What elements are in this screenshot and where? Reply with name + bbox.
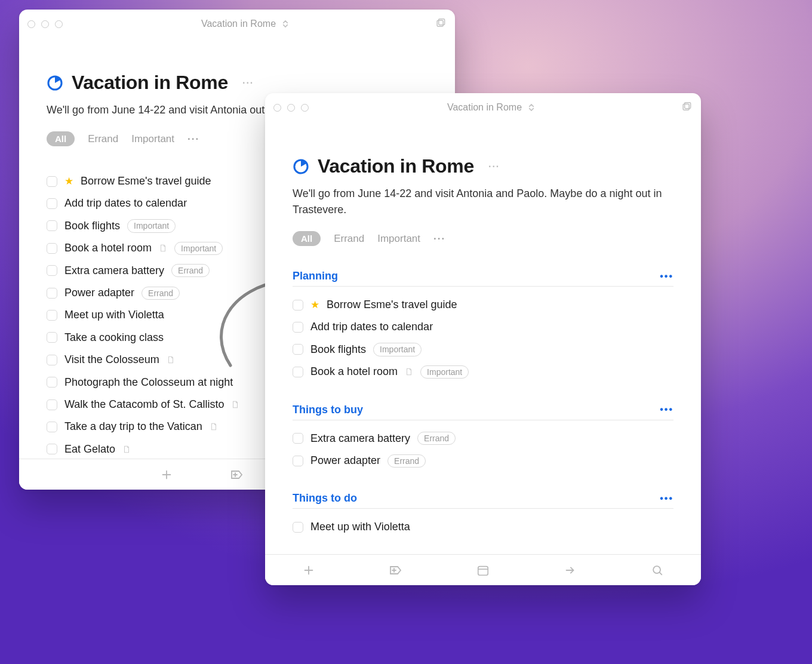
close-dot[interactable]: [27, 20, 35, 28]
checkbox[interactable]: [47, 444, 57, 454]
max-dot[interactable]: [55, 20, 63, 28]
checkbox[interactable]: [47, 377, 57, 388]
titlebar-title-label: Vacation in Rome: [201, 19, 276, 29]
svg-rect-0: [437, 20, 443, 26]
content: Vacation in Rome ··· We'll go from June …: [265, 122, 701, 554]
filter-important[interactable]: Important: [131, 133, 174, 145]
checkbox[interactable]: [293, 300, 303, 311]
new-window-icon[interactable]: [435, 18, 447, 30]
filter-errand[interactable]: Errand: [88, 133, 118, 145]
tag-badge[interactable]: Errand: [387, 454, 426, 468]
checkbox[interactable]: [47, 332, 57, 343]
todo-item[interactable]: ★Borrow Esme's travel guide: [293, 294, 673, 316]
checkbox[interactable]: [47, 422, 57, 432]
section-header[interactable]: Planning•••: [293, 270, 673, 287]
checkbox[interactable]: [47, 198, 57, 209]
todo-title: Book a hotel room: [310, 365, 398, 379]
checkbox[interactable]: [47, 355, 57, 365]
move-button[interactable]: [562, 562, 578, 578]
tag-badge[interactable]: Errand: [417, 432, 456, 445]
titlebar-title[interactable]: Vacation in Rome: [313, 102, 671, 113]
new-todo-button[interactable]: [301, 562, 316, 578]
todo-title: Add trip dates to calendar: [64, 196, 187, 210]
close-dot[interactable]: [273, 104, 281, 112]
checkbox[interactable]: [293, 322, 303, 333]
tag-badge[interactable]: Important: [373, 343, 422, 356]
project-progress-icon: [293, 158, 309, 175]
filter-more-icon[interactable]: ···: [433, 233, 445, 245]
filter-more-icon[interactable]: ···: [187, 133, 199, 145]
note-icon: [231, 399, 239, 410]
checkbox[interactable]: [293, 522, 303, 533]
project-title[interactable]: Vacation in Rome: [318, 155, 474, 177]
todo-item[interactable]: Power adapterErrand: [293, 450, 673, 472]
svg-rect-5: [685, 103, 691, 109]
plus-icon: [160, 468, 173, 481]
section-header[interactable]: Things to do•••: [293, 492, 673, 509]
filter-all[interactable]: All: [293, 231, 321, 246]
search-icon: [651, 564, 664, 577]
plus-tag-icon: [230, 468, 244, 482]
new-window-icon[interactable]: [681, 102, 693, 113]
traffic-lights[interactable]: [273, 104, 309, 112]
todo-item[interactable]: Book flightsImportant: [293, 339, 673, 361]
project-more-icon[interactable]: ···: [242, 78, 254, 88]
project-title[interactable]: Vacation in Rome: [72, 72, 228, 94]
checkbox[interactable]: [47, 310, 57, 321]
filter-errand[interactable]: Errand: [334, 233, 364, 245]
todo-title: Add trip dates to calendar: [310, 320, 433, 334]
checkbox[interactable]: [293, 367, 303, 377]
filter-important[interactable]: Important: [377, 233, 420, 245]
checkbox[interactable]: [47, 243, 57, 254]
tag-badge[interactable]: Important: [420, 365, 469, 379]
new-heading-button[interactable]: [229, 467, 245, 482]
calendar-icon: [476, 564, 490, 577]
checkbox[interactable]: [47, 220, 57, 231]
tag-badge[interactable]: Errand: [171, 264, 210, 277]
note-icon: [405, 367, 413, 377]
checkbox[interactable]: [293, 433, 303, 444]
checkbox[interactable]: [47, 265, 57, 276]
checkbox[interactable]: [47, 288, 57, 299]
todo-item[interactable]: Meet up with Violetta: [293, 516, 673, 538]
tag-badge[interactable]: Important: [127, 219, 176, 232]
tag-badge[interactable]: Important: [174, 242, 223, 255]
todo-title: Power adapter: [310, 454, 380, 468]
calendar-button[interactable]: [475, 562, 491, 578]
checkbox[interactable]: [293, 344, 303, 355]
filter-all[interactable]: All: [47, 131, 75, 146]
checkbox[interactable]: [293, 456, 303, 466]
section-title: Planning: [293, 270, 338, 282]
todo-title: Extra camera battery: [310, 432, 410, 445]
todo-item[interactable]: Extra camera batteryErrand: [293, 428, 673, 450]
new-heading-button[interactable]: [388, 562, 404, 578]
todo-list: Meet up with Violetta: [293, 516, 673, 538]
todo-list: Extra camera batteryErrandPower adapterE…: [293, 428, 673, 472]
todo-item[interactable]: Book a hotel roomImportant: [293, 361, 673, 383]
checkbox[interactable]: [47, 176, 57, 187]
section-header[interactable]: Things to buy•••: [293, 404, 673, 420]
tag-badge[interactable]: Errand: [142, 287, 180, 300]
new-todo-button[interactable]: [159, 467, 174, 482]
todo-item[interactable]: Add trip dates to calendar: [293, 316, 673, 338]
filter-bar: All Errand Important ···: [293, 231, 673, 246]
min-dot[interactable]: [287, 104, 295, 112]
project-more-icon[interactable]: ···: [488, 161, 500, 172]
traffic-lights[interactable]: [27, 20, 63, 28]
section-more-icon[interactable]: •••: [660, 404, 673, 415]
titlebar: Vacation in Rome: [19, 10, 455, 38]
checkbox[interactable]: [47, 399, 57, 410]
search-button[interactable]: [650, 562, 665, 578]
section-more-icon[interactable]: •••: [660, 493, 673, 504]
plus-icon: [302, 564, 315, 577]
min-dot[interactable]: [41, 20, 49, 28]
note-icon: [210, 422, 218, 432]
project-notes[interactable]: We'll go from June 14-22 and visit Anton…: [293, 186, 673, 218]
max-dot[interactable]: [301, 104, 309, 112]
todo-title: Power adapter: [64, 286, 134, 300]
todo-list: ★Borrow Esme's travel guideAdd trip date…: [293, 294, 673, 383]
todo-title: Book flights: [64, 219, 120, 233]
todo-title: Take a day trip to the Vatican: [64, 420, 202, 434]
section-more-icon[interactable]: •••: [660, 271, 673, 282]
titlebar-title[interactable]: Vacation in Rome: [67, 18, 425, 30]
